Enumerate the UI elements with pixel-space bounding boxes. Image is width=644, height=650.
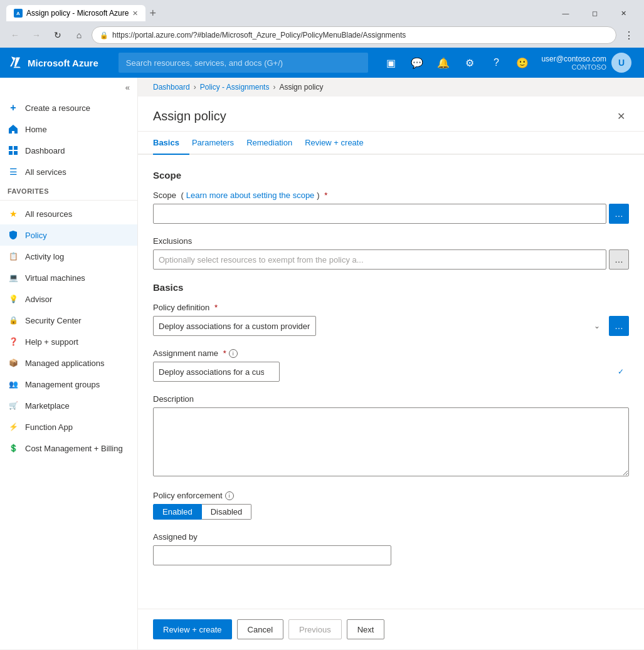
review-create-button[interactable]: Review + create bbox=[153, 619, 232, 639]
tab-basics[interactable]: Basics bbox=[153, 132, 189, 155]
sidebar-label-policy: Policy bbox=[25, 231, 47, 240]
app-container: Microsoft Azure ▣ 💬 🔔 ⚙ ? 🙂 user@contoso… bbox=[0, 48, 644, 649]
exclusions-input-row: … bbox=[153, 249, 629, 270]
policy-def-required: * bbox=[212, 303, 218, 312]
next-button[interactable]: Next bbox=[347, 619, 385, 639]
sidebar-item-marketplace[interactable]: 🛒 Marketplace bbox=[0, 395, 137, 416]
sidebar-label-create-resource: Create a resource bbox=[25, 103, 90, 113]
sidebar-label-management-groups: Management groups bbox=[25, 380, 100, 389]
back-button[interactable]: ← bbox=[6, 26, 24, 44]
assignment-name-wrapper bbox=[153, 362, 629, 382]
security-center-icon: 🔒 bbox=[8, 315, 19, 326]
policy-definition-label: Policy definition * bbox=[153, 303, 629, 312]
refresh-button[interactable]: ↻ bbox=[49, 26, 66, 44]
sidebar-item-management-groups[interactable]: 👥 Management groups bbox=[0, 374, 137, 395]
main-area: « + Create a resource Home Dashboard ☰ A… bbox=[0, 78, 644, 649]
user-email: user@contoso.com bbox=[541, 55, 606, 63]
activity-log-icon: 📋 bbox=[8, 251, 19, 262]
sidebar-item-all-resources[interactable]: ★ All resources bbox=[0, 203, 137, 224]
cloud-shell-button[interactable]: ▣ bbox=[378, 48, 403, 78]
exclusions-browse-button[interactable]: … bbox=[609, 249, 629, 270]
global-search-input[interactable] bbox=[119, 53, 369, 73]
scope-learn-more-link[interactable]: Learn more about setting the scope bbox=[186, 191, 315, 200]
policy-definition-select[interactable]: Deploy associations for a custom provide… bbox=[153, 316, 316, 336]
sidebar-item-home[interactable]: Home bbox=[0, 118, 137, 140]
address-bar[interactable]: 🔒 https://portal.azure.com/?#blade/Micro… bbox=[92, 26, 616, 44]
azure-logo-icon bbox=[8, 55, 23, 70]
sidebar-item-security-center[interactable]: 🔒 Security Center bbox=[0, 310, 137, 331]
browser-titlebar: A Assign policy - Microsoft Azure ✕ + — … bbox=[0, 0, 644, 23]
function-app-icon: ⚡ bbox=[8, 421, 19, 432]
virtual-machines-icon: 💻 bbox=[8, 272, 19, 283]
sidebar-item-policy[interactable]: Policy bbox=[0, 224, 137, 246]
help-button[interactable]: ? bbox=[483, 48, 509, 78]
scope-input[interactable] bbox=[153, 204, 606, 224]
sidebar-label-marketplace: Marketplace bbox=[25, 401, 70, 411]
assigned-by-input[interactable] bbox=[153, 545, 391, 565]
breadcrumb-policy-assignments[interactable]: Policy - Assignments bbox=[200, 83, 270, 92]
sidebar-item-virtual-machines[interactable]: 💻 Virtual machines bbox=[0, 267, 137, 288]
restore-button[interactable]: ◻ bbox=[580, 4, 609, 23]
top-navigation: Microsoft Azure ▣ 💬 🔔 ⚙ ? 🙂 user@contoso… bbox=[0, 48, 644, 78]
scope-browse-icon: … bbox=[615, 209, 623, 219]
sidebar-item-managed-applications[interactable]: 📦 Managed applications bbox=[0, 352, 137, 374]
form-content: Scope Scope ( Learn more about setting t… bbox=[138, 155, 644, 609]
forward-button[interactable]: → bbox=[28, 26, 45, 44]
feedback-smiley-button[interactable]: 🙂 bbox=[510, 48, 535, 78]
policy-definition-browse-button[interactable]: … bbox=[609, 316, 629, 336]
enforcement-disabled-button[interactable]: Disabled bbox=[202, 504, 252, 520]
breadcrumb-dashboard[interactable]: Dashboard bbox=[153, 83, 190, 92]
favorites-section-header: FAVORITES bbox=[0, 182, 137, 197]
azure-favicon: A bbox=[14, 9, 23, 18]
description-textarea[interactable] bbox=[153, 407, 629, 476]
tab-parameters[interactable]: Parameters bbox=[189, 132, 244, 155]
assignment-name-info-icon[interactable]: i bbox=[229, 349, 238, 358]
sidebar-label-dashboard: Dashboard bbox=[25, 146, 65, 155]
svg-rect-0 bbox=[9, 146, 13, 150]
window-controls: — ◻ ✕ bbox=[551, 4, 638, 23]
sidebar-label-activity-log: Activity log bbox=[25, 252, 64, 261]
breadcrumb: Dashboard › Policy - Assignments › Assig… bbox=[138, 78, 644, 97]
minimize-button[interactable]: — bbox=[551, 4, 580, 23]
browser-menu-button[interactable]: ⋮ bbox=[620, 26, 638, 44]
user-profile[interactable]: user@contoso.com CONTOSO U bbox=[536, 53, 636, 73]
notifications-button[interactable]: 🔔 bbox=[431, 48, 456, 78]
home-nav-button[interactable]: ⌂ bbox=[70, 26, 88, 44]
scope-section: Scope Scope ( Learn more about setting t… bbox=[153, 170, 629, 270]
sidebar-collapse-button[interactable]: « bbox=[0, 78, 137, 97]
sidebar-item-cost-management[interactable]: 💲 Cost Management + Billing bbox=[0, 438, 137, 459]
topnav-icon-group: ▣ 💬 🔔 ⚙ ? 🙂 user@contoso.com CONTOSO U bbox=[378, 48, 636, 78]
all-resources-icon: ★ bbox=[8, 208, 19, 219]
sidebar-item-function-app[interactable]: ⚡ Function App bbox=[0, 416, 137, 438]
new-tab-button[interactable]: + bbox=[149, 7, 156, 20]
browser-tab-active[interactable]: A Assign policy - Microsoft Azure ✕ bbox=[6, 5, 145, 21]
help-support-icon: ❓ bbox=[8, 336, 19, 347]
svg-rect-2 bbox=[9, 151, 13, 155]
feedback-button[interactable]: 💬 bbox=[404, 48, 430, 78]
settings-button[interactable]: ⚙ bbox=[457, 48, 482, 78]
tab-remediation[interactable]: Remediation bbox=[244, 132, 302, 155]
close-button[interactable]: ✕ bbox=[609, 4, 638, 23]
sidebar-item-help-support[interactable]: ❓ Help + support bbox=[0, 331, 137, 352]
cancel-button[interactable]: Cancel bbox=[237, 619, 283, 639]
browser-tab-close[interactable]: ✕ bbox=[132, 9, 138, 18]
enforcement-info-icon[interactable]: i bbox=[225, 491, 234, 500]
sidebar-item-dashboard[interactable]: Dashboard bbox=[0, 140, 137, 161]
scope-input-row: … bbox=[153, 204, 629, 224]
breadcrumb-sep-2: › bbox=[273, 83, 275, 92]
basics-section-title: Basics bbox=[153, 282, 629, 293]
sidebar-item-create-resource[interactable]: + Create a resource bbox=[0, 97, 137, 118]
enforcement-enabled-button[interactable]: Enabled bbox=[153, 504, 202, 520]
user-org: CONTOSO bbox=[541, 63, 606, 71]
sidebar-item-all-services[interactable]: ☰ All services bbox=[0, 161, 137, 182]
tab-bar: Basics Parameters Remediation Review + c… bbox=[138, 132, 644, 155]
panel-close-button[interactable]: ✕ bbox=[613, 109, 629, 123]
exclusions-input[interactable] bbox=[153, 249, 606, 270]
scope-browse-button[interactable]: … bbox=[609, 204, 629, 224]
sidebar-item-activity-log[interactable]: 📋 Activity log bbox=[0, 246, 137, 267]
sidebar-item-advisor[interactable]: 💡 Advisor bbox=[0, 288, 137, 310]
policy-def-browse-icon: … bbox=[615, 321, 623, 331]
tab-review-create[interactable]: Review + create bbox=[302, 132, 374, 155]
assignment-name-input[interactable] bbox=[153, 362, 280, 382]
user-info: user@contoso.com CONTOSO bbox=[541, 55, 606, 71]
